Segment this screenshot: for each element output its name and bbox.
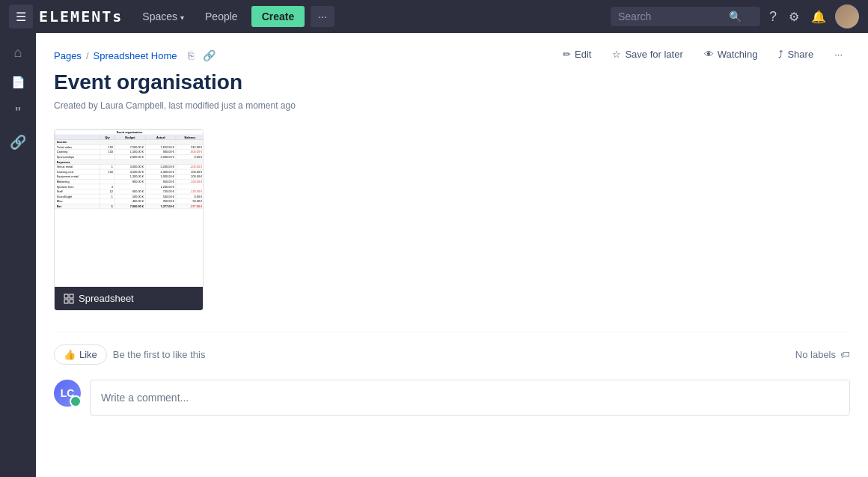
attachment-label: Spreadsheet bbox=[55, 287, 203, 310]
comment-section: LC Write a comment... bbox=[54, 380, 850, 416]
nav-more-button[interactable]: ··· bbox=[311, 6, 334, 27]
create-button[interactable]: Create bbox=[251, 6, 305, 27]
svg-rect-2 bbox=[64, 300, 68, 303]
avatar-image bbox=[835, 4, 859, 28]
save-for-later-button[interactable]: ☆ Save for later bbox=[605, 45, 690, 64]
labels-section: No labels 🏷 bbox=[795, 349, 850, 360]
no-labels-text: No labels bbox=[795, 349, 836, 360]
help-icon: ? bbox=[769, 9, 777, 25]
breadcrumb: Pages / Spreadsheet Home ⎘ 🔗 bbox=[36, 39, 236, 69]
quotes-icon: " bbox=[15, 105, 22, 121]
page-more-button[interactable]: ··· bbox=[827, 45, 850, 64]
content-area: Pages / Spreadsheet Home ⎘ 🔗 ✏ Edit bbox=[36, 33, 868, 477]
bell-icon: 🔔 bbox=[811, 10, 826, 24]
edit-button[interactable]: ✏ Edit bbox=[555, 45, 599, 64]
sidebar-item-quotes[interactable]: " bbox=[4, 99, 31, 126]
chevron-down-icon bbox=[180, 10, 184, 22]
share-button[interactable]: ⤴ Share bbox=[771, 45, 821, 64]
avatar[interactable] bbox=[835, 4, 859, 28]
links-icon: 🔗 bbox=[10, 134, 26, 151]
share-icon: ⤴ bbox=[778, 49, 783, 60]
help-button[interactable]: ? bbox=[766, 6, 780, 28]
pages-icon: 📄 bbox=[11, 76, 25, 89]
hamburger-icon: ☰ bbox=[16, 10, 26, 24]
thumbs-up-icon: 👍 bbox=[64, 349, 76, 360]
svg-rect-3 bbox=[70, 300, 73, 303]
star-icon: ☆ bbox=[612, 49, 621, 60]
home-icon: ⌂ bbox=[14, 45, 22, 61]
copy-icon: ⎘ bbox=[188, 49, 194, 61]
comment-input[interactable]: Write a comment... bbox=[90, 380, 850, 416]
edit-icon: ✏ bbox=[563, 49, 571, 60]
like-section: 👍 Like Be the first to like this bbox=[54, 344, 205, 365]
more-icon: ··· bbox=[834, 49, 843, 60]
spreadsheet-preview-content: Event organisation Qty Budget Actual Bal… bbox=[55, 130, 204, 216]
logo: ELEMENTs bbox=[39, 7, 123, 25]
main-layout: ⌂ 📄 " 🔗 Pages / Spreadsheet Home ⎘ bbox=[0, 33, 868, 477]
breadcrumb-pages-link[interactable]: Pages bbox=[54, 50, 82, 61]
page-title: Event organisation bbox=[54, 69, 850, 96]
sidebar: ⌂ 📄 " 🔗 bbox=[0, 33, 36, 477]
commenter-avatar: LC bbox=[54, 380, 81, 407]
spaces-button[interactable]: Spaces bbox=[135, 6, 192, 27]
breadcrumb-separator: / bbox=[86, 50, 89, 61]
sidebar-item-links[interactable]: 🔗 bbox=[4, 129, 31, 156]
sidebar-item-home[interactable]: ⌂ bbox=[4, 39, 31, 66]
people-button[interactable]: People bbox=[198, 6, 245, 27]
comment-placeholder: Write a comment... bbox=[101, 392, 189, 404]
attachment-preview: Event organisation Qty Budget Actual Bal… bbox=[55, 130, 204, 287]
breadcrumb-home-link[interactable]: Spreadsheet Home bbox=[94, 50, 177, 61]
watching-button[interactable]: 👁 Watching bbox=[697, 45, 765, 64]
top-navigation: ☰ ELEMENTs Spaces People Create ··· 🔍 ? … bbox=[0, 0, 868, 33]
labels-icon: 🏷 bbox=[840, 349, 850, 360]
svg-rect-1 bbox=[70, 294, 73, 298]
gear-icon: ⚙ bbox=[789, 10, 799, 24]
logo-text: ELEMENTs bbox=[39, 7, 123, 25]
page-actions: ✏ Edit ☆ Save for later 👁 Watching ⤴ Sha… bbox=[555, 45, 868, 64]
grid-icon bbox=[64, 294, 74, 304]
page-footer: 👍 Like Be the first to like this No labe… bbox=[54, 332, 850, 365]
search-box: 🔍 bbox=[611, 7, 760, 26]
breadcrumb-row: Pages / Spreadsheet Home ⎘ 🔗 ✏ Edit bbox=[36, 33, 868, 69]
attachment-label-text: Spreadsheet bbox=[79, 293, 134, 304]
breadcrumb-copy-button[interactable]: ⎘ bbox=[185, 48, 197, 63]
hamburger-button[interactable]: ☰ bbox=[9, 4, 33, 28]
page-meta: Created by Laura Campbell, last modified… bbox=[54, 100, 850, 111]
search-icon: 🔍 bbox=[729, 10, 742, 22]
notifications-button[interactable]: 🔔 bbox=[808, 7, 829, 27]
sidebar-item-pages[interactable]: 📄 bbox=[4, 69, 31, 96]
link-icon: 🔗 bbox=[203, 49, 216, 61]
svg-rect-0 bbox=[64, 294, 68, 298]
eye-icon: 👁 bbox=[704, 49, 714, 60]
page-content: Event organisation Created by Laura Camp… bbox=[36, 69, 868, 446]
search-input[interactable] bbox=[618, 10, 723, 22]
breadcrumb-actions: ⎘ 🔗 bbox=[185, 48, 218, 63]
first-like-text: Be the first to like this bbox=[113, 349, 206, 360]
table-row: Net 1 7,000.00 € 7,377.00 € -377.00 € bbox=[55, 204, 204, 210]
spreadsheet-table: Event organisation Qty Budget Actual Bal… bbox=[55, 130, 204, 209]
breadcrumb-link-button[interactable]: 🔗 bbox=[200, 48, 218, 63]
settings-button[interactable]: ⚙ bbox=[786, 7, 802, 27]
like-button[interactable]: 👍 Like bbox=[54, 344, 107, 365]
spreadsheet-attachment[interactable]: Event organisation Qty Budget Actual Bal… bbox=[54, 129, 204, 311]
